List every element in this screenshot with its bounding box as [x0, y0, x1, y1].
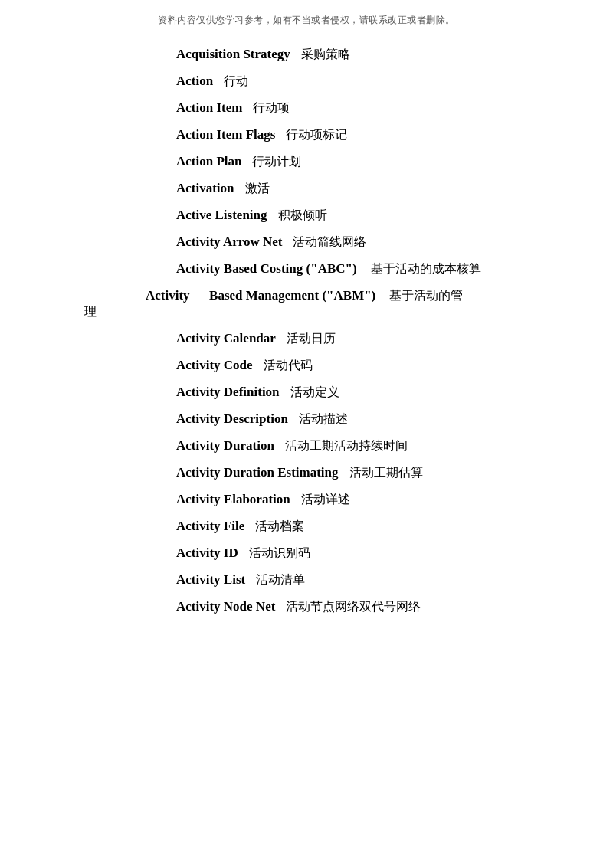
term-en: Activity List	[176, 572, 245, 588]
term-zh: 活动代码	[264, 358, 313, 374]
term-zh: 活动描述	[299, 411, 348, 427]
list-item: Activity Based Costing ("ABC") 基于活动的成本核算	[0, 257, 613, 282]
list-item: Activation 激活	[0, 176, 613, 201]
term-zh: 活动箭线网络	[293, 234, 366, 251]
term-en: Action Item	[176, 100, 242, 116]
list-item: Action Plan 行动计划	[0, 149, 613, 175]
term-en: Activity Node Net	[176, 599, 275, 614]
content: Acquisition Strategy 采购策略 Action 行动 Acti…	[0, 34, 613, 652]
term-zh: 活动工期活动持续时间	[285, 438, 408, 454]
term-en: Activity Duration	[176, 438, 274, 454]
term-en: Activity File	[176, 519, 244, 534]
list-item: Activity File 活动档案	[0, 514, 613, 539]
list-item: Active Listening 积极倾听	[0, 203, 613, 228]
term-zh: 采购策略	[301, 47, 350, 63]
term-zh: 活动详述	[301, 492, 350, 508]
list-item: Activity ID 活动识别码	[0, 541, 613, 566]
term-zh-cont: 理	[84, 304, 613, 320]
watermark: 资料内容仅供您学习参考，如有不当或者侵权，请联系改正或者删除。	[0, 0, 613, 34]
list-item: Activity Duration 活动工期活动持续时间	[0, 434, 613, 459]
term-zh: 行动	[224, 74, 248, 90]
term-en: Activity Definition	[176, 385, 280, 400]
term-zh: 行动项标记	[286, 127, 347, 143]
list-item: Acquisition Strategy 采购策略	[0, 42, 613, 67]
list-item: Activity Definition 活动定义	[0, 380, 613, 405]
term-en: Activity Calendar	[176, 331, 276, 346]
list-item: Activity Calendar 活动日历	[0, 326, 613, 352]
list-item: Activity Node Net 活动节点网络双代号网络	[0, 594, 613, 620]
list-item: Activity Description 活动描述	[0, 407, 613, 432]
term-zh: 活动定义	[290, 385, 339, 401]
term-zh: 活动节点网络双代号网络	[286, 599, 421, 615]
term-en: Acquisition Strategy	[176, 47, 290, 62]
term-en: Active Listening	[176, 208, 267, 223]
term-en: Activity Elaboration	[176, 492, 290, 507]
term-en: Activity Based Costing ("ABC")	[176, 261, 357, 277]
term-zh: 行动项	[253, 100, 290, 116]
term-zh: 基于活动的管	[389, 288, 463, 304]
term-zh: 积极倾听	[278, 208, 327, 224]
term-zh: 活动日历	[287, 331, 336, 347]
term-zh: 行动计划	[252, 154, 301, 170]
term-en: Activity Based Management ("ABM")	[146, 288, 375, 303]
term-en: Activity ID	[176, 545, 238, 561]
term-en: Activity Arrow Net	[176, 234, 282, 250]
list-item: Activity List 活动清单	[0, 568, 613, 593]
list-item: Action Item 行动项	[0, 96, 613, 121]
term-zh: 活动工期估算	[349, 465, 423, 481]
term-en: Activation	[176, 181, 234, 196]
term-en: Action Item Flags	[176, 127, 275, 142]
term-en: Activity Description	[176, 411, 288, 427]
term-zh: 活动识别码	[249, 545, 310, 562]
list-item: Activity Based Management ("ABM") 基于活动的管…	[0, 283, 613, 325]
term-en: Action	[176, 74, 213, 89]
term-en: Activity Duration Estimating	[176, 465, 339, 480]
term-zh: 活动档案	[255, 519, 304, 535]
term-zh: 基于活动的成本核算	[371, 261, 481, 277]
term-en: Action Plan	[176, 154, 241, 169]
list-item: Activity Arrow Net 活动箭线网络	[0, 230, 613, 255]
list-item: Action Item Flags 行动项标记	[0, 123, 613, 148]
list-item: Activity Duration Estimating 活动工期估算	[0, 460, 613, 486]
list-item: Activity Code 活动代码	[0, 353, 613, 378]
term-zh: 活动清单	[256, 572, 305, 588]
list-item: Activity Elaboration 活动详述	[0, 487, 613, 513]
term-zh: 激活	[245, 181, 270, 197]
term-en: Activity Code	[176, 358, 253, 373]
list-item: Action 行动	[0, 69, 613, 94]
